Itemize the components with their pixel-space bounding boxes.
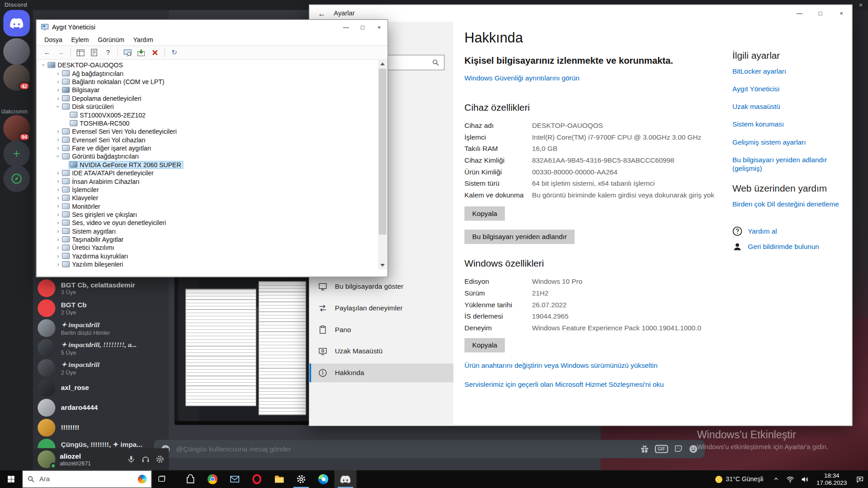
expand-chevron-icon[interactable]: › <box>55 203 61 209</box>
expand-chevron-icon[interactable]: › <box>55 195 61 201</box>
discord-close-button[interactable]: × <box>855 0 867 10</box>
minimize-button[interactable]: — <box>789 5 810 22</box>
menu-action[interactable]: Eylem <box>67 37 94 43</box>
change-product-key-link[interactable]: Ürün anahtarını değiştirin veya Windows … <box>464 361 657 371</box>
tree-item[interactable]: ›Ağ bağdaştırıcıları <box>37 69 123 77</box>
expand-chevron-icon[interactable]: › <box>55 178 61 184</box>
tree-item[interactable]: ›Monitörler <box>37 202 100 210</box>
menu-view[interactable]: Görünüm <box>93 37 128 43</box>
expand-chevron-icon[interactable]: › <box>55 261 61 267</box>
get-help-link[interactable]: Yardım al <box>748 227 777 236</box>
expand-chevron-icon[interactable]: › <box>41 62 47 69</box>
properties-icon[interactable] <box>88 47 100 58</box>
tree-item[interactable]: ›Sistem aygıtları <box>37 227 116 235</box>
minimize-button[interactable]: — <box>338 20 354 34</box>
expand-chevron-icon[interactable]: › <box>55 153 61 160</box>
message-input-bar[interactable]: @Çüngüs kullanıcısına mesaj gönder GIF <box>154 440 704 458</box>
expand-chevron-icon[interactable]: › <box>55 244 61 250</box>
app-icon-file-explorer[interactable] <box>268 470 290 488</box>
tree-item[interactable]: ›Depolama denetleyicileri <box>37 94 142 102</box>
attached-screenshot-thumbnail[interactable] <box>175 277 309 425</box>
discord-home-button[interactable] <box>3 10 30 37</box>
scroll-up-button[interactable] <box>378 60 387 68</box>
app-icon-browser[interactable] <box>312 470 335 488</box>
expand-chevron-icon[interactable]: › <box>55 211 61 217</box>
back-button[interactable]: ← <box>41 47 53 58</box>
device-tree[interactable]: ›DESKTOP-OAUOQOS ›Ağ bağdaştırıcıları ›B… <box>37 60 377 269</box>
scroll-down-button[interactable] <box>378 261 387 269</box>
services-agreement-link[interactable]: Servislerimiz için geçerli olan Microsof… <box>464 380 664 389</box>
related-link-device-manager[interactable]: Aygıt Yöneticisi <box>732 84 844 94</box>
user-settings-button[interactable] <box>156 455 165 464</box>
tree-item[interactable]: ›Evrensel Seri Yol cihazları <box>37 136 146 144</box>
gif-picker-button[interactable]: GIF <box>655 445 668 453</box>
nav-item-about[interactable]: Hakkında <box>309 363 453 382</box>
dm-list-item[interactable]: !!!!!!!! <box>38 418 165 437</box>
dm-list-item[interactable]: BGT Cb, celattasdemir3 Üye <box>38 278 165 298</box>
sticker-icon[interactable] <box>674 444 683 454</box>
feedback-row[interactable]: Geri bildirimde bulunun <box>732 242 844 252</box>
gift-icon[interactable] <box>640 444 649 454</box>
related-link-remote-desktop[interactable]: Uzak masaüstü <box>732 103 844 112</box>
taskbar-search-input[interactable]: Ara <box>22 470 152 488</box>
app-icon-chrome[interactable] <box>202 470 224 488</box>
forward-button[interactable]: → <box>55 47 67 58</box>
tree-item[interactable]: ›Taşınabilir Aygıtlar <box>37 235 123 243</box>
app-icon-discord[interactable] <box>335 470 357 488</box>
expand-chevron-icon[interactable]: › <box>55 70 61 76</box>
tree-item-computer[interactable]: ›DESKTOP-OAUOQOS <box>37 61 123 69</box>
tree-item[interactable]: ›Klavyeler <box>37 194 98 202</box>
expand-chevron-icon[interactable]: › <box>55 253 61 259</box>
expand-chevron-icon[interactable]: › <box>55 87 61 93</box>
tree-item[interactable]: ›Görüntü bağdaştırıcıları <box>37 152 139 160</box>
expand-chevron-icon[interactable]: › <box>55 79 61 84</box>
tree-item[interactable]: ›Ses, video ve oyun denetleyicileri <box>37 219 166 227</box>
expand-chevron-icon[interactable]: › <box>55 228 61 234</box>
expand-chevron-icon[interactable]: › <box>55 103 61 110</box>
close-button[interactable]: × <box>831 5 852 22</box>
update-driver-icon[interactable] <box>135 47 147 58</box>
computer-scan-icon[interactable] <box>121 47 133 58</box>
copy-windows-specs-button[interactable]: Kopyala <box>464 338 505 352</box>
tree-item[interactable]: ›Ses girişleri ve çıkışları <box>37 210 137 218</box>
tree-item[interactable]: ›Bilgisayar <box>37 86 99 94</box>
microphone-button[interactable] <box>127 455 136 464</box>
add-server-button[interactable]: + <box>3 141 30 167</box>
expand-chevron-icon[interactable]: › <box>55 128 61 134</box>
expand-chevron-icon[interactable]: › <box>55 170 61 176</box>
weather-widget[interactable]: 31°C Güneşli <box>710 470 769 488</box>
menu-file[interactable]: Dosya <box>40 37 67 43</box>
tree-item[interactable]: ›Yazılım bileşenleri <box>37 260 123 268</box>
related-link-bitlocker[interactable]: BitLocker ayarları <box>732 67 844 76</box>
console-tree-icon[interactable] <box>74 47 86 58</box>
tree-item[interactable]: ›Üretici Yazılımı <box>37 244 114 252</box>
app-icon-store[interactable] <box>179 470 202 488</box>
tree-item-selected[interactable]: NVIDIA GeForce RTX 2060 SUPER <box>37 160 183 169</box>
expand-chevron-icon[interactable]: › <box>55 136 61 142</box>
maximize-button[interactable]: □ <box>354 20 371 34</box>
expand-chevron-icon[interactable]: › <box>55 236 61 242</box>
help-button[interactable]: ? <box>102 47 114 58</box>
related-link-system-protection[interactable]: Sistem koruması <box>732 120 844 129</box>
nav-item-shared-experiences[interactable]: Paylaşılan deneyimler <box>309 299 453 318</box>
dm-list-item[interactable]: ✦ impactdrill2 Üye <box>38 358 165 378</box>
uninstall-device-icon[interactable] <box>149 47 161 58</box>
copy-device-specs-button[interactable]: Kopyala <box>464 206 505 221</box>
tree-item[interactable]: ›Disk sürücüleri <box>37 103 113 111</box>
user-avatar[interactable] <box>38 450 55 468</box>
tree-item[interactable]: ›IDE ATA/ATAPI denetleyiciler <box>37 169 154 177</box>
tree-item[interactable]: ›İnsan Arabirim Cihazları <box>37 177 140 185</box>
expand-chevron-icon[interactable]: › <box>55 95 61 101</box>
web-help-link[interactable]: Birden çok Dil desteğini denetleme <box>732 200 844 209</box>
tree-item[interactable]: ›Yazdırma kuyrukları <box>37 252 128 260</box>
explore-servers-button[interactable] <box>3 165 30 192</box>
get-help-row[interactable]: Yardım al <box>732 226 844 236</box>
maximize-button[interactable]: □ <box>810 5 831 22</box>
expand-chevron-icon[interactable]: › <box>55 145 61 151</box>
volume-icon[interactable] <box>797 470 812 488</box>
tree-item[interactable]: ›Fare ve diğer işaret aygıtları <box>37 144 151 152</box>
rename-pc-button[interactable]: Bu bilgisayarı yeniden adlandır <box>464 230 575 244</box>
tree-item[interactable]: ›Yazılım cihazları <box>37 268 118 269</box>
dm-list-item[interactable]: axl_rose <box>38 378 165 398</box>
tree-item[interactable]: ST1000VX005-2EZ102 <box>37 111 146 119</box>
